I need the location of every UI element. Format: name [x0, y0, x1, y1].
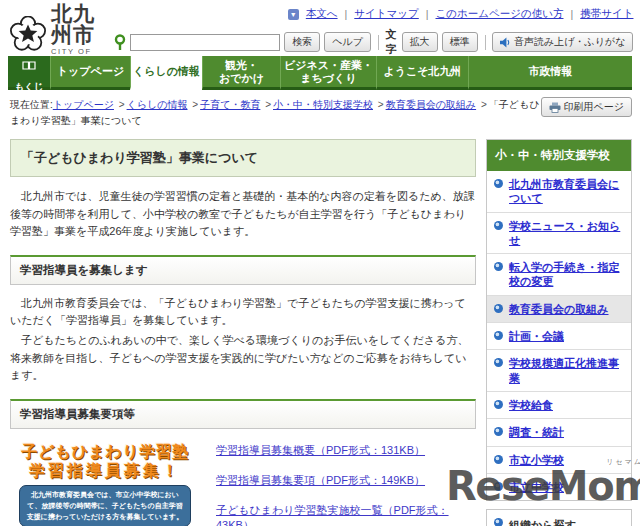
- breadcrumb-prefix: 現在位置:: [10, 99, 53, 110]
- section-heading-recruit: 学習指導員を募集します: [10, 255, 476, 285]
- location-pin-icon: [114, 34, 126, 51]
- print-page-button[interactable]: 印刷用ページ: [541, 97, 632, 117]
- nav-tab-mokuji[interactable]: もくじ: [8, 56, 50, 90]
- book-icon: [22, 50, 36, 81]
- sidebar-item-municipal-junior-high[interactable]: 市立中学校: [487, 473, 631, 500]
- divider: [378, 35, 379, 50]
- logo-title: 北九州市: [51, 3, 114, 45]
- bullet-icon: [494, 358, 503, 367]
- sidebar-item-school-lunch[interactable]: 学校給食: [487, 391, 631, 418]
- breadcrumb-row: 現在位置:トップページ >くらしの情報 >子育て・教育 >小・中・特別支援学校 …: [0, 90, 640, 131]
- recruit-paragraph-2: 子どもたちとのふれあいの中で、楽しく学べる環境づくりのお手伝いをしてくださる方、…: [10, 332, 476, 385]
- recruit-paragraph-1: 北九州市教育委員会では、「子どもひまわり学習塾」で子どもたちの学習支援に携わって…: [10, 295, 476, 330]
- downloads-row: 子どもひまわり学習塾 学習指導員募集！ 北九州市教育委員会では、市立小中学校にお…: [10, 440, 476, 526]
- bullet-icon: [494, 455, 503, 464]
- link-separator: |: [345, 8, 348, 20]
- bullet-icon: [494, 400, 503, 409]
- site-header: 北九州市 CITY OF KITAKYUSHU ▼ 本文へ | サイトマップ |…: [0, 0, 640, 56]
- bullet-icon: [494, 221, 503, 230]
- bullet-icon: [494, 179, 503, 188]
- breadcrumb-link-board-initiatives[interactable]: 教育委員会の取組み: [386, 99, 476, 110]
- search-bar: 検索 ヘルプ 文字 拡大 標準 音声読み上げ・ふりがな: [114, 27, 633, 57]
- sidebar-item-plans-meetings[interactable]: 計画・会議: [487, 322, 631, 349]
- city-emblem-icon: [10, 16, 46, 52]
- download-links: 学習指導員募集概要（PDF形式：131KB） 学習指導員募集要項（PDF形式：1…: [216, 440, 476, 526]
- nav-tab-kanko-odekake[interactable]: 観光・ おでかけ: [202, 56, 280, 90]
- nav-tab-top-page[interactable]: トップページ: [50, 56, 130, 90]
- text-enlarge-button[interactable]: 拡大: [402, 32, 438, 52]
- link-to-main-text[interactable]: 本文へ: [306, 7, 338, 21]
- download-link-boshu-yoko[interactable]: 学習指導員募集要項（PDF形式：149KB）: [216, 473, 476, 488]
- nav-tab-business-machizukuri[interactable]: ビジネス・産業・ まちづくり: [280, 56, 376, 90]
- content-area: 「子どもひまわり学習塾」事業について 北九州市では、児童生徒の学習習慣の定着と基…: [0, 131, 640, 526]
- bullet-icon: [494, 262, 503, 271]
- sidebar-item-school-news[interactable]: 学校ニュース・お知らせ: [487, 212, 631, 254]
- bullet-icon: [494, 427, 503, 436]
- download-link-boshu-gaiyo[interactable]: 学習指導員募集概要（PDF形式：131KB）: [216, 443, 476, 458]
- banner-title-line2: 学習指導員募集！: [10, 461, 200, 481]
- help-button[interactable]: ヘルプ: [324, 32, 371, 52]
- sidebar-item-transfer-procedures[interactable]: 転入学の手続き・指定校の変更: [487, 253, 631, 295]
- link-mobile-site[interactable]: 携帯サイト: [580, 7, 633, 21]
- breadcrumb-link-kosodate[interactable]: 子育て・教育: [200, 99, 260, 110]
- search-button[interactable]: 検索: [284, 32, 320, 52]
- global-nav: もくじ トップページ くらしの情報 観光・ おでかけ ビジネス・産業・ まちづく…: [0, 56, 640, 90]
- sidebar-item-org-search[interactable]: 組織から探す: [487, 510, 631, 526]
- bullet-icon: [494, 518, 503, 526]
- divider: [485, 35, 486, 50]
- bullet-icon: [494, 331, 503, 340]
- printer-icon: [549, 102, 561, 113]
- speaker-icon: [500, 37, 511, 48]
- sidebar-school-menu: 小・中・特別支援学校 北九州市教育委員会について 学校ニュース・お知らせ 転入学…: [486, 139, 632, 501]
- nav-tab-yokoso-kitakyushu[interactable]: ようこそ北九州: [376, 56, 468, 90]
- sidebar-title: 小・中・特別支援学校: [487, 140, 631, 171]
- voice-reading-button[interactable]: 音声読み上げ・ふりがな: [492, 32, 633, 52]
- sidebar-search-by-org: 組織から探す: [486, 509, 632, 526]
- recruit-banner-image: 子どもひまわり学習塾 学習指導員募集！ 北九州市教育委員会では、市立小中学校にお…: [10, 440, 200, 524]
- intro-paragraph: 北九州市では、児童生徒の学習習慣の定着と基礎的・基本的な内容の定着を図るため、放…: [10, 188, 476, 241]
- header-top-links: ▼ 本文へ | サイトマップ | このホームページの使い方 | 携帯サイト: [288, 7, 634, 21]
- text-standard-button[interactable]: 標準: [442, 32, 478, 52]
- banner-title-line1: 子どもひまわり学習塾: [10, 442, 200, 461]
- skip-to-content-icon: ▼: [288, 9, 299, 20]
- bullet-icon: [494, 482, 503, 491]
- header-right: ▼ 本文へ | サイトマップ | このホームページの使い方 | 携帯サイト 検索: [114, 4, 633, 56]
- text-size-label: 文字: [386, 27, 398, 57]
- sidebar-item-municipal-elementary[interactable]: 市立小学校: [487, 446, 631, 473]
- breadcrumb-link-kurashi[interactable]: くらしの情報: [127, 99, 188, 110]
- search-input[interactable]: [130, 34, 280, 51]
- sidebar: 小・中・特別支援学校 北九州市教育委員会について 学校ニュース・お知らせ 転入学…: [486, 139, 632, 526]
- nav-tab-shisei-info[interactable]: 市政情報: [468, 56, 632, 90]
- breadcrumb-link-top[interactable]: トップページ: [53, 99, 114, 110]
- sidebar-item-board-initiatives[interactable]: 教育委員会の取組み: [487, 295, 631, 322]
- sidebar-item-school-scale-project[interactable]: 学校規模適正化推進事業: [487, 349, 631, 391]
- page: 北九州市 CITY OF KITAKYUSHU ▼ 本文へ | サイトマップ |…: [0, 0, 640, 526]
- sidebar-item-board-about[interactable]: 北九州市教育委員会について: [487, 171, 631, 212]
- page-title: 「子どもひまわり学習塾」事業について: [10, 139, 476, 177]
- bullet-icon: [494, 304, 503, 313]
- section-heading-documents: 学習指導員募集要項等: [10, 399, 476, 429]
- download-link-jisshiko-ichiran[interactable]: 子どもひまわり学習塾実施校一覧（PDF形式：43KB）: [216, 503, 476, 526]
- nav-tab-kurashi-info[interactable]: くらしの情報: [130, 56, 202, 90]
- banner-description: 北九州市教育委員会では、市立小中学校において、放課後等の時間帯に、子どもたちの自…: [19, 485, 191, 526]
- sidebar-item-surveys-statistics[interactable]: 調査・統計: [487, 418, 631, 445]
- link-sitemap[interactable]: サイトマップ: [354, 7, 418, 21]
- breadcrumb: 現在位置:トップページ >くらしの情報 >子育て・教育 >小・中・特別支援学校 …: [10, 97, 541, 128]
- breadcrumb-link-schools[interactable]: 小・中・特別支援学校: [273, 99, 373, 110]
- main-column: 「子どもひまわり学習塾」事業について 北九州市では、児童生徒の学習習慣の定着と基…: [10, 139, 476, 526]
- link-separator: |: [570, 8, 573, 20]
- link-how-to-use[interactable]: このホームページの使い方: [436, 7, 564, 21]
- link-separator: |: [426, 8, 429, 20]
